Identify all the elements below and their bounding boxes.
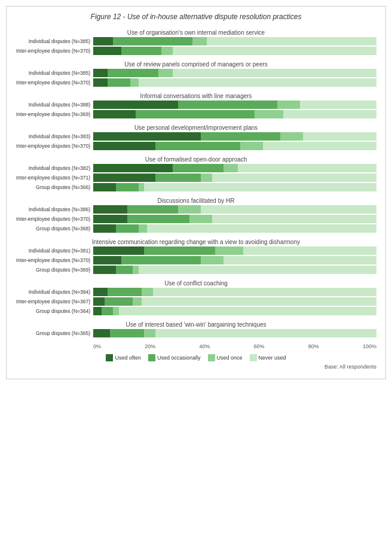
bar-track (93, 101, 376, 109)
bar-segment (142, 288, 153, 296)
bar-track (93, 215, 376, 223)
row-label: Inter-employee disputes (N=370) (16, 80, 93, 86)
section-title-0: Use of organisation's own internal media… (16, 29, 376, 36)
bar-row: Group disputes (N=366) (16, 183, 376, 191)
bar-segment (212, 173, 376, 182)
bar-row: Individual disputes (N=382) (16, 164, 376, 172)
bar-track (93, 142, 376, 150)
x-axis-label: 100% (363, 343, 376, 349)
bar-segment (116, 266, 133, 274)
bar-segment (173, 47, 376, 55)
bar-segment (93, 307, 102, 315)
bar-segment (155, 173, 201, 182)
x-axis-label: 80% (308, 343, 319, 349)
legend-occasionally: Used occasionally (148, 354, 201, 361)
bar-segment (303, 132, 376, 141)
bar-segment (93, 215, 127, 223)
bar-segment (108, 78, 130, 87)
bar-segment (192, 37, 207, 45)
legend-once: Used once (208, 354, 243, 361)
chart-area: Use of organisation's own internal media… (16, 27, 376, 341)
bar-segment (93, 69, 108, 77)
bar-track (93, 329, 376, 337)
section-title-6: Intensive communication regarding change… (16, 239, 376, 245)
bar-segment (201, 173, 212, 182)
bar-segment (161, 47, 173, 55)
bar-segment (93, 288, 108, 296)
bar-track (93, 132, 376, 141)
bar-segment (136, 110, 255, 118)
legend-never-box (250, 354, 257, 361)
section-4: Use of formalised open-door approachIndi… (16, 154, 376, 193)
bar-row: Individual disputes (N=384) (16, 288, 376, 296)
row-label: Inter-employee disputes (N=369) (16, 111, 93, 117)
row-label: Inter-employee disputes (N=370) (16, 48, 93, 54)
bar-segment (139, 78, 376, 87)
bar-track (93, 288, 376, 296)
bar-segment (189, 215, 212, 223)
bar-segment (121, 47, 161, 55)
chart-title: Figure 12 - Use of in-house alternative … (16, 13, 376, 21)
x-axis-label: 20% (145, 343, 155, 349)
section-title-2: Informal conversations with line manager… (16, 93, 376, 99)
bar-track (93, 110, 376, 118)
bar-segment (121, 256, 201, 264)
legend-occasionally-box (148, 354, 155, 361)
section-0: Use of organisation's own internal media… (16, 27, 376, 56)
bar-row: Group disputes (N=368) (16, 224, 376, 233)
bar-row: Inter-employee disputes (N=370) (16, 78, 376, 87)
bar-segment (240, 142, 263, 150)
legend-occasionally-label: Used occasionally (157, 355, 201, 361)
bar-row: Inter-employee disputes (N=369) (16, 110, 376, 118)
base-note: Base: All respondents (16, 364, 376, 370)
bar-segment (108, 288, 142, 296)
section-title-5: Discussions facilitated by HR (16, 197, 376, 204)
bar-row: Inter-employee disputes (N=370) (16, 215, 376, 223)
bar-track (93, 37, 376, 45)
row-label: Inter-employee disputes (N=370) (16, 257, 93, 263)
bar-segment (93, 297, 105, 306)
section-6: Intensive communication regarding change… (16, 236, 376, 275)
bar-segment (93, 101, 178, 109)
x-axis-label: 0% (93, 343, 101, 349)
row-label: Individual disputes (N=385) (16, 38, 93, 44)
bar-segment (153, 288, 376, 296)
row-label: Group disputes (N=365) (16, 330, 93, 336)
row-label: Group disputes (N=369) (16, 267, 93, 273)
bar-segment (139, 183, 144, 191)
bar-segment (113, 307, 118, 315)
section-5: Discussions facilitated by HRIndividual … (16, 195, 376, 234)
bar-track (93, 224, 376, 233)
bar-segment (173, 164, 223, 172)
x-axis-labels: 0%20%40%60%80%100% (93, 343, 376, 349)
bar-track (93, 246, 376, 255)
bar-segment (93, 183, 116, 191)
bar-row: Group disputes (N=369) (16, 266, 376, 274)
bar-segment (127, 205, 178, 214)
bar-segment (283, 110, 376, 118)
bar-segment (144, 329, 155, 337)
row-label: Individual disputes (N=383) (16, 133, 93, 139)
row-label: Group disputes (N=368) (16, 226, 93, 232)
bar-track (93, 183, 376, 191)
bar-row: Individual disputes (N=381) (16, 246, 376, 255)
bar-segment (139, 266, 376, 274)
section-title-7: Use of conflict coaching (16, 280, 376, 287)
bar-row: Individual disputes (N=383) (16, 132, 376, 141)
bar-segment (133, 266, 138, 274)
bar-segment (130, 78, 139, 87)
bar-segment (243, 246, 376, 255)
row-label: Individual disputes (N=382) (16, 165, 93, 171)
bar-row: Individual disputes (N=385) (16, 69, 376, 77)
section-3: Use personal development/improvement pla… (16, 122, 376, 151)
bar-segment (93, 256, 121, 264)
bar-segment (158, 69, 173, 77)
bar-row: Individual disputes (N=386) (16, 205, 376, 214)
bar-row: Inter-employee disputes (N=370) (16, 142, 376, 150)
section-2: Informal conversations with line manager… (16, 90, 376, 120)
legend-often: Used often (106, 354, 141, 361)
bar-segment (93, 246, 144, 255)
bar-track (93, 297, 376, 306)
row-label: Inter-employee disputes (N=370) (16, 216, 93, 222)
row-label: Group disputes (N=364) (16, 308, 93, 314)
